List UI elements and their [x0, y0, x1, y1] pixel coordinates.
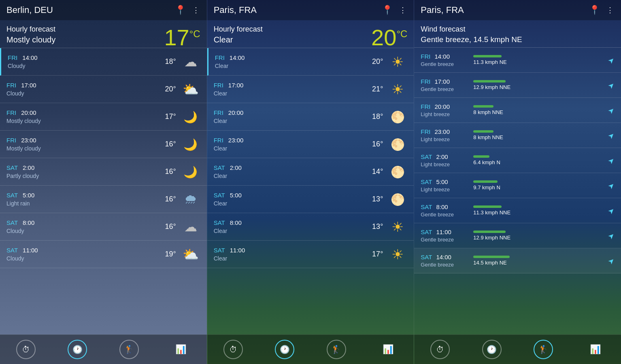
forecast-row-paris-fri-17[interactable]: FRI 17:00 Clear 21°: [207, 76, 414, 103]
nav-chart-btn[interactable]: 📊: [171, 340, 191, 359]
wind-condition: Light breeze: [421, 161, 473, 167]
forecast-row-paris-sat-5[interactable]: SAT 5:00 Clear 13°: [207, 186, 414, 213]
header-icons-berlin: 📍 ⋮: [175, 5, 200, 15]
wind-row-time: FRI 23:00: [421, 128, 473, 135]
row-left: FRI 23:00 Mostly cloudy: [6, 137, 165, 152]
wind-row-sat-11[interactable]: SAT 11:00 Gentle breeze 12.9 kmph NNE ➤: [414, 223, 621, 248]
wind-row-time: SAT 11:00: [421, 229, 473, 235]
wind-arrow: ➤: [606, 105, 617, 115]
nav-wind-btn[interactable]: 🏌: [119, 340, 139, 359]
row-time: FRI 14:00: [8, 54, 165, 61]
current-temp-paris: 20°C: [371, 24, 407, 51]
row-condition: Partly cloudy: [6, 173, 165, 179]
wind-row-time: FRI 17:00: [421, 78, 473, 85]
menu-icon-paris[interactable]: ⋮: [399, 6, 407, 15]
row-time: SAT 5:00: [6, 192, 165, 199]
row-day: SAT: [421, 153, 432, 160]
forecast-row-paris-fri-23[interactable]: FRI 23:00 Clear 16°: [207, 131, 414, 158]
row-condition: Cloudy: [6, 255, 165, 262]
wind-row-right: 8 kmph NNE: [473, 105, 605, 115]
forecast-row-sat-11[interactable]: SAT 11:00 Cloudy 19°: [0, 241, 207, 268]
row-temp: 14°: [372, 167, 383, 176]
row-time: SAT 5:00: [214, 192, 372, 199]
row-day: SAT: [6, 192, 18, 199]
row-condition: Clear: [214, 200, 372, 207]
nav-current-btn-wind[interactable]: ⏱: [430, 340, 450, 359]
forecast-row-fri-17[interactable]: FRI 17:00 Cloudy 20°: [0, 76, 207, 103]
forecast-row-fri-14[interactable]: FRI 14:00 Cloudy 18°: [0, 48, 207, 76]
wind-row-sat-5[interactable]: SAT 5:00 Light breeze 9.7 kmph N ➤: [414, 173, 621, 198]
location-icon-paris[interactable]: 📍: [382, 5, 393, 15]
menu-icon-berlin[interactable]: ⋮: [192, 6, 200, 15]
row-hour: 2:00: [436, 153, 448, 160]
row-day: FRI: [421, 78, 430, 85]
city-name-paris: Paris, FRA: [214, 5, 257, 15]
cloudy-icon: [181, 219, 200, 235]
forecast-row-sat-5[interactable]: SAT 5:00 Light rain 16°: [0, 186, 207, 213]
row-temp: 20°: [165, 85, 176, 93]
wind-condition: Light breeze: [421, 186, 473, 193]
row-condition: Clear: [214, 255, 372, 262]
wind-row-fri-23[interactable]: FRI 23:00 Light breeze 8 kmph NNE ➤: [414, 123, 621, 148]
forecast-row-fri-23[interactable]: FRI 23:00 Mostly cloudy 16°: [0, 131, 207, 158]
nav-current-btn[interactable]: ⏱: [16, 340, 36, 359]
wind-row-sat-8[interactable]: SAT 8:00 Gentle breeze 11.3 kmph NNE ➤: [414, 198, 621, 223]
nav-hourly-btn-paris[interactable]: 🕐: [275, 340, 294, 359]
forecast-row-paris-sat-8[interactable]: SAT 8:00 Clear 13°: [207, 213, 414, 241]
wind-row-fri-17[interactable]: FRI 17:00 Gentle breeze 12.9 kmph NNE ➤: [414, 73, 621, 98]
row-hour: 20:00: [435, 103, 450, 110]
nav-wind-btn-paris[interactable]: 🏌: [327, 340, 346, 359]
wind-row-time: FRI 20:00: [421, 103, 473, 110]
bottom-nav-paris-wind: ⏱ 🕐 🏌 📊: [414, 334, 621, 364]
row-day: SAT: [421, 229, 432, 235]
row-day: FRI: [6, 109, 16, 116]
wind-row-time: FRI 14:00: [421, 53, 473, 60]
forecast-row-paris-fri-20[interactable]: FRI 20:00 Clear 18°: [207, 103, 414, 131]
nav-chart-btn-wind[interactable]: 📊: [585, 340, 605, 359]
row-left: FRI 17:00 Cloudy: [6, 82, 165, 97]
row-condition: Cloudy: [6, 90, 165, 97]
row-hour: 5:00: [23, 192, 34, 199]
wind-row-sat-14[interactable]: SAT 14:00 Gentle breeze 14.5 kmph NE ➤: [414, 248, 621, 273]
nav-chart-btn-paris[interactable]: 📊: [378, 340, 398, 359]
wind-bar-container: [473, 80, 605, 83]
wind-bar: [473, 105, 493, 108]
forecast-row-sat-2[interactable]: SAT 2:00 Partly cloudy 16°: [0, 158, 207, 186]
row-day: FRI: [421, 53, 430, 60]
forecast-list-berlin: FRI 14:00 Cloudy 18° FRI 17:00 Cloudy 20…: [0, 48, 207, 334]
row-hour: 8:00: [436, 203, 448, 210]
forecast-section-paris: Hourly forecast Clear 20°C: [207, 20, 414, 48]
wind-row-right: 11.3 kmph NE: [473, 55, 605, 65]
mostly-cloudy-icon: [181, 247, 200, 262]
location-icon-berlin[interactable]: 📍: [175, 5, 186, 15]
row-temp: 16°: [165, 195, 176, 203]
wind-row-left: FRI 14:00 Gentle breeze: [421, 53, 473, 67]
wind-speed: 9.7 kmph N: [473, 184, 605, 190]
nav-hourly-btn-wind[interactable]: 🕐: [482, 340, 502, 359]
nav-wind-btn-wind[interactable]: 🏌: [534, 340, 553, 359]
wind-row-sat-2[interactable]: SAT 2:00 Light breeze 6.4 kmph N ➤: [414, 148, 621, 173]
current-temp-berlin: 17°C: [164, 24, 200, 51]
wind-bar-container: [473, 256, 605, 258]
forecast-row-paris-sat-2[interactable]: SAT 2:00 Clear 14°: [207, 158, 414, 186]
wind-row-right: 9.7 kmph N: [473, 180, 605, 190]
wind-row-fri-14[interactable]: FRI 14:00 Gentle breeze 11.3 kmph NE ➤: [414, 48, 621, 73]
nav-hourly-btn[interactable]: 🕐: [68, 340, 87, 359]
partly-cloudy-night-icon: [181, 137, 200, 152]
nav-current-btn-paris[interactable]: ⏱: [223, 340, 243, 359]
wind-row-fri-20[interactable]: FRI 20:00 Light breeze 8 kmph NNE ➤: [414, 98, 621, 123]
forecast-row-paris-sat-11[interactable]: SAT 11:00 Clear 17°: [207, 241, 414, 268]
wind-row-right: 11.3 kmph NNE: [473, 205, 605, 216]
row-day: FRI: [6, 137, 16, 144]
forecast-row-sat-8[interactable]: SAT 8:00 Cloudy 16°: [0, 213, 207, 241]
forecast-row-paris-fri-14[interactable]: FRI 14:00 Clear 20°: [207, 48, 414, 76]
row-hour: 23:00: [21, 137, 36, 144]
wind-speed: 11.3 kmph NE: [473, 59, 605, 65]
row-condition: Cloudy: [8, 63, 165, 69]
forecast-row-fri-20[interactable]: FRI 20:00 Mostly cloudy 17°: [0, 103, 207, 131]
row-time: FRI 23:00: [6, 137, 165, 144]
wind-arrow: ➤: [606, 180, 617, 190]
row-hour: 2:00: [23, 164, 34, 171]
location-icon-paris-wind[interactable]: 📍: [589, 5, 600, 15]
menu-icon-paris-wind[interactable]: ⋮: [606, 6, 615, 15]
